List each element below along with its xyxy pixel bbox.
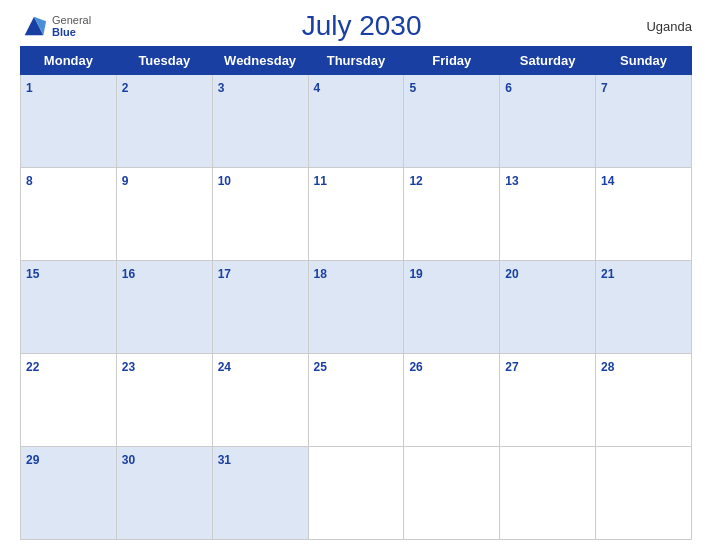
day-cell-13: 13 xyxy=(500,168,596,261)
day-number-11: 11 xyxy=(314,174,327,188)
logo-text: General Blue xyxy=(52,14,91,38)
day-cell-10: 10 xyxy=(212,168,308,261)
day-cell-5: 5 xyxy=(404,75,500,168)
day-cell-2: 2 xyxy=(116,75,212,168)
day-number-22: 22 xyxy=(26,360,39,374)
day-number-29: 29 xyxy=(26,453,39,467)
calendar-table: MondayTuesdayWednesdayThursdayFridaySatu… xyxy=(20,46,692,540)
day-cell-23: 23 xyxy=(116,354,212,447)
day-cell-24: 24 xyxy=(212,354,308,447)
day-cell-7: 7 xyxy=(596,75,692,168)
day-number-10: 10 xyxy=(218,174,231,188)
day-cell-3: 3 xyxy=(212,75,308,168)
day-cell-15: 15 xyxy=(21,261,117,354)
weekday-header-wednesday: Wednesday xyxy=(212,47,308,75)
day-cell-25: 25 xyxy=(308,354,404,447)
day-number-19: 19 xyxy=(409,267,422,281)
day-number-5: 5 xyxy=(409,81,416,95)
logo-general: General xyxy=(52,14,91,26)
generalblue-icon xyxy=(20,12,48,40)
day-number-6: 6 xyxy=(505,81,512,95)
day-number-18: 18 xyxy=(314,267,327,281)
day-number-9: 9 xyxy=(122,174,129,188)
day-cell-30: 30 xyxy=(116,447,212,540)
day-cell-8: 8 xyxy=(21,168,117,261)
day-cell-4: 4 xyxy=(308,75,404,168)
week-row-3: 15161718192021 xyxy=(21,261,692,354)
day-number-8: 8 xyxy=(26,174,33,188)
day-number-30: 30 xyxy=(122,453,135,467)
weekday-header-saturday: Saturday xyxy=(500,47,596,75)
day-cell-19: 19 xyxy=(404,261,500,354)
day-cell-28: 28 xyxy=(596,354,692,447)
day-cell-6: 6 xyxy=(500,75,596,168)
day-cell-14: 14 xyxy=(596,168,692,261)
day-number-7: 7 xyxy=(601,81,608,95)
country-label: Uganda xyxy=(632,19,692,34)
day-cell-16: 16 xyxy=(116,261,212,354)
day-number-21: 21 xyxy=(601,267,614,281)
day-number-25: 25 xyxy=(314,360,327,374)
day-number-31: 31 xyxy=(218,453,231,467)
empty-cell xyxy=(308,447,404,540)
calendar-title: July 2030 xyxy=(91,10,632,42)
day-number-3: 3 xyxy=(218,81,225,95)
logo-blue: Blue xyxy=(52,26,91,38)
day-number-17: 17 xyxy=(218,267,231,281)
weekday-header-friday: Friday xyxy=(404,47,500,75)
weekday-header-monday: Monday xyxy=(21,47,117,75)
day-cell-9: 9 xyxy=(116,168,212,261)
week-row-2: 891011121314 xyxy=(21,168,692,261)
day-number-2: 2 xyxy=(122,81,129,95)
day-cell-11: 11 xyxy=(308,168,404,261)
day-number-24: 24 xyxy=(218,360,231,374)
day-cell-29: 29 xyxy=(21,447,117,540)
day-cell-27: 27 xyxy=(500,354,596,447)
day-number-20: 20 xyxy=(505,267,518,281)
empty-cell xyxy=(404,447,500,540)
weekday-header-tuesday: Tuesday xyxy=(116,47,212,75)
empty-cell xyxy=(500,447,596,540)
day-number-1: 1 xyxy=(26,81,33,95)
day-number-16: 16 xyxy=(122,267,135,281)
weekday-header-row: MondayTuesdayWednesdayThursdayFridaySatu… xyxy=(21,47,692,75)
day-cell-26: 26 xyxy=(404,354,500,447)
week-row-4: 22232425262728 xyxy=(21,354,692,447)
day-cell-31: 31 xyxy=(212,447,308,540)
day-cell-1: 1 xyxy=(21,75,117,168)
week-row-5: 293031 xyxy=(21,447,692,540)
day-number-23: 23 xyxy=(122,360,135,374)
day-cell-17: 17 xyxy=(212,261,308,354)
day-number-13: 13 xyxy=(505,174,518,188)
day-number-26: 26 xyxy=(409,360,422,374)
day-number-28: 28 xyxy=(601,360,614,374)
day-number-27: 27 xyxy=(505,360,518,374)
weekday-header-thursday: Thursday xyxy=(308,47,404,75)
day-cell-18: 18 xyxy=(308,261,404,354)
day-cell-22: 22 xyxy=(21,354,117,447)
day-cell-20: 20 xyxy=(500,261,596,354)
empty-cell xyxy=(596,447,692,540)
week-row-1: 1234567 xyxy=(21,75,692,168)
day-number-15: 15 xyxy=(26,267,39,281)
day-cell-21: 21 xyxy=(596,261,692,354)
weekday-header-sunday: Sunday xyxy=(596,47,692,75)
top-bar: General Blue July 2030 Uganda xyxy=(20,10,692,42)
day-number-12: 12 xyxy=(409,174,422,188)
day-number-14: 14 xyxy=(601,174,614,188)
day-number-4: 4 xyxy=(314,81,321,95)
logo: General Blue xyxy=(20,12,91,40)
day-cell-12: 12 xyxy=(404,168,500,261)
